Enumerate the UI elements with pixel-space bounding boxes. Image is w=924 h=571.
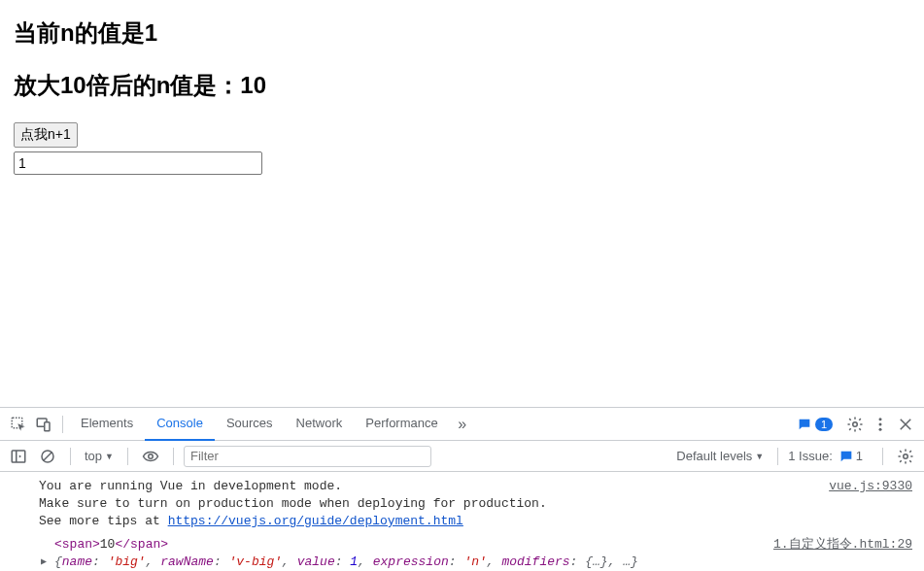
more-tabs-icon[interactable]: »	[450, 412, 475, 437]
svg-rect-2	[45, 421, 50, 430]
console-log: You are running Vue in development mode.…	[0, 472, 924, 571]
console-settings-icon[interactable]	[893, 444, 918, 469]
heading1-value: 1	[145, 19, 157, 46]
separator	[62, 416, 63, 433]
log-source-link[interactable]: vue.js:9330	[829, 478, 912, 495]
expand-caret-icon[interactable]: ▶	[41, 554, 47, 571]
errors-count: 1	[815, 418, 833, 431]
app-page: 当前n的值是1 放大10倍后的n值是：10 点我n+1	[0, 0, 924, 407]
log-source-link[interactable]: 1.自定义指令.html:29	[773, 536, 912, 554]
heading-n-times-10: 放大10倍后的n值是：10	[14, 70, 910, 101]
separator	[777, 448, 778, 465]
message-icon	[797, 417, 812, 432]
separator	[173, 448, 174, 465]
svg-point-11	[149, 453, 154, 458]
heading1-prefix: 当前n的值是	[14, 19, 145, 46]
tab-network[interactable]: Network	[285, 408, 355, 441]
heading2-prefix: 放大10倍后的n值是：	[14, 72, 240, 98]
levels-selector[interactable]: Default levels ▼	[672, 449, 768, 463]
tab-console[interactable]: Console	[145, 408, 215, 441]
svg-line-10	[44, 452, 52, 460]
issues-count: 1	[856, 449, 863, 463]
kebab-menu-icon[interactable]	[868, 412, 893, 437]
log-text: You are running Vue in development mode.	[39, 478, 829, 495]
log-text: <span>10</span>	[54, 536, 773, 554]
log-row-span-element: <span>10</span> 1.自定义指令.html:29	[0, 536, 924, 554]
devtools-tabbar: Elements Console Sources Network Perform…	[0, 408, 924, 441]
context-label: top	[85, 449, 102, 463]
live-expression-icon[interactable]	[138, 444, 163, 469]
svg-point-3	[853, 421, 858, 426]
svg-point-6	[879, 427, 882, 430]
log-row-vue-warn: See more tips at https://vuejs.org/guide…	[0, 513, 924, 530]
caret-down-icon: ▼	[755, 452, 764, 461]
tab-elements[interactable]: Elements	[69, 408, 145, 441]
clear-console-icon[interactable]	[35, 444, 60, 469]
console-toolbar: top ▼ Default levels ▼ 1 Issue: 1	[0, 441, 924, 472]
errors-indicator[interactable]: 1	[797, 417, 833, 432]
log-row-vue-warn: Make sure to turn on production mode whe…	[0, 495, 924, 513]
svg-rect-7	[12, 451, 25, 462]
svg-point-4	[879, 418, 882, 420]
deployment-link[interactable]: https://vuejs.org/guide/deployment.html	[168, 514, 463, 528]
n-input[interactable]	[14, 151, 262, 175]
svg-point-5	[879, 422, 882, 425]
device-toggle-icon[interactable]	[31, 412, 56, 437]
issues-label: 1 Issue:	[788, 449, 833, 463]
caret-down-icon: ▼	[105, 452, 114, 461]
svg-point-12	[904, 453, 908, 458]
tab-sources[interactable]: Sources	[215, 408, 285, 441]
devtools-panel: Elements Console Sources Network Perform…	[0, 407, 924, 571]
filter-input[interactable]	[184, 446, 431, 467]
heading2-value: 10	[240, 72, 266, 98]
separator	[70, 448, 71, 465]
issues-link[interactable]: 1 Issue: 1	[788, 449, 863, 464]
context-selector[interactable]: top ▼	[81, 449, 118, 463]
tab-performance[interactable]: Performance	[354, 408, 449, 441]
inspect-icon[interactable]	[6, 412, 31, 437]
sidebar-toggle-icon[interactable]	[6, 444, 31, 469]
settings-icon[interactable]	[842, 412, 868, 437]
log-text: Make sure to turn on production mode whe…	[39, 495, 912, 513]
heading-current-n: 当前n的值是1	[14, 17, 910, 49]
log-row-vue-warn: You are running Vue in development mode.…	[0, 478, 924, 495]
log-text: See more tips at https://vuejs.org/guide…	[39, 513, 912, 530]
separator	[127, 448, 128, 465]
log-text: {name: 'big', rawName: 'v-big', value: 1…	[54, 554, 912, 571]
separator	[882, 448, 883, 465]
log-row-object[interactable]: ▶ {name: 'big', rawName: 'v-big', value:…	[0, 554, 924, 571]
close-devtools-icon[interactable]	[893, 412, 918, 437]
levels-label: Default levels	[676, 449, 752, 463]
increment-button[interactable]: 点我n+1	[14, 122, 78, 148]
message-icon	[838, 449, 854, 464]
